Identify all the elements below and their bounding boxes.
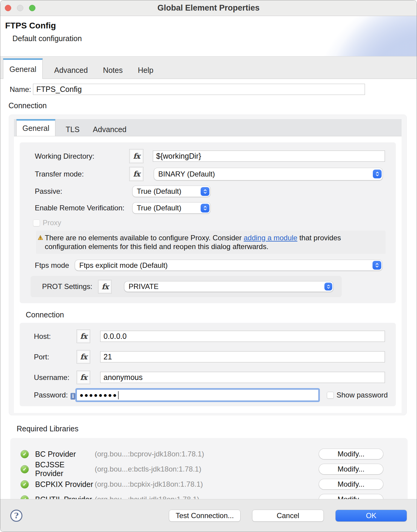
- show-password-checkbox[interactable]: [327, 392, 334, 399]
- host-input[interactable]: [100, 331, 385, 342]
- name-label: Name:: [10, 85, 33, 94]
- info-icon: i: [71, 393, 75, 400]
- prot-settings-select[interactable]: PRIVATE: [124, 281, 333, 292]
- conn-tab-tls[interactable]: TLS: [63, 123, 83, 136]
- stepper-icon: [373, 170, 382, 178]
- ftps-mode-label: Ftps mode: [35, 261, 75, 270]
- library-detail: (org.bou...:bcprov-jdk18on:1.78.1): [95, 450, 319, 458]
- library-detail: (org.bou...e:bctls-jdk18on:1.78.1): [95, 465, 319, 473]
- inner-connection-label: Connection: [26, 310, 396, 319]
- password-masked-value: ●●●●●●●●: [80, 391, 117, 399]
- enable-remote-verification-label: Enable Remote Verification:: [35, 204, 133, 212]
- modify-button-label: Modify...: [338, 450, 365, 458]
- modify-button-label: Modify...: [338, 465, 365, 473]
- window-title: Global Element Properties: [0, 3, 417, 13]
- test-connection-button[interactable]: Test Connection...: [169, 510, 240, 521]
- fx-icon: fx: [133, 152, 140, 161]
- conn-tab-tls-label: TLS: [66, 125, 80, 134]
- check-circle-icon: ✓: [21, 480, 29, 488]
- enable-remote-verification-value: True (Default): [137, 204, 201, 212]
- conn-tab-advanced-label: Advanced: [93, 125, 126, 134]
- library-name: BCJSSE Provider: [35, 460, 95, 478]
- cancel-button[interactable]: Cancel: [252, 510, 323, 521]
- fx-icon: fx: [80, 373, 87, 382]
- prot-settings-label: PROT Settings:: [42, 282, 98, 291]
- modify-bcpkix-provider-button[interactable]: Modify...: [319, 479, 383, 489]
- warning-text-before: There are no elements available to confi…: [45, 234, 244, 242]
- working-directory-label: Working Directory:: [35, 152, 129, 161]
- banner-subtitle: Default configuration: [12, 34, 82, 43]
- transfer-mode-fx-button[interactable]: fx: [129, 167, 143, 181]
- library-detail: (org.bou...:bcpkix-jdk18on:1.78.1): [95, 480, 319, 488]
- main-tabstrip: General Advanced Notes Help: [0, 56, 417, 79]
- passive-select[interactable]: True (Default): [133, 186, 210, 197]
- tab-notes[interactable]: Notes: [99, 62, 126, 79]
- library-name: BC Provider: [35, 450, 95, 459]
- modify-bcjsse-provider-button[interactable]: Modify...: [319, 464, 383, 474]
- prot-settings-fx-button[interactable]: fx: [98, 280, 112, 294]
- help-button[interactable]: ?: [10, 510, 22, 522]
- proxy-checkbox: [33, 219, 40, 226]
- password-input[interactable]: ●●●●●●●●: [77, 389, 319, 401]
- fx-icon: fx: [80, 352, 87, 361]
- titlebar: Global Element Properties: [0, 0, 417, 16]
- warning-icon: [38, 235, 43, 251]
- library-name: BCPKIX Provider: [35, 480, 95, 489]
- modify-bc-provider-button[interactable]: Modify...: [319, 449, 383, 459]
- port-input[interactable]: [100, 351, 385, 362]
- working-directory-input[interactable]: [153, 151, 385, 162]
- tab-general[interactable]: General: [3, 58, 43, 79]
- tab-general-label: General: [9, 65, 36, 74]
- working-directory-fx-button[interactable]: fx: [129, 149, 143, 163]
- connection-groupbox: General TLS Advanced Working Directory: …: [9, 115, 407, 415]
- conn-tab-advanced[interactable]: Advanced: [90, 123, 130, 136]
- host-label: Host:: [34, 332, 77, 341]
- tab-help[interactable]: Help: [134, 62, 157, 79]
- modify-button-label: Modify...: [338, 480, 365, 488]
- ftps-mode-select[interactable]: Ftps explicit mode (Default): [75, 260, 382, 271]
- dialog-banner: FTPS Config Default configuration: [0, 16, 417, 56]
- general-settings-panel: Working Directory: fx Transfer mode: fx …: [20, 142, 396, 303]
- warning-text-after: that provides: [297, 234, 341, 242]
- question-mark-icon: ?: [14, 511, 18, 520]
- dialog-button-bar: ? Test Connection... Cancel OK: [0, 499, 417, 532]
- username-label: Username:: [34, 373, 77, 382]
- required-libraries-title: Required Libraries: [17, 424, 417, 433]
- password-label: Password:: [34, 391, 70, 399]
- library-row: ✓ BC Provider (org.bou...:bcprov-jdk18on…: [10, 446, 408, 462]
- ok-button[interactable]: OK: [336, 510, 407, 521]
- text-caret: [118, 391, 119, 399]
- enable-remote-verification-select[interactable]: True (Default): [133, 203, 210, 213]
- proxy-warning: There are no elements available to confi…: [36, 231, 386, 254]
- passive-label: Passive:: [35, 187, 133, 196]
- port-fx-button[interactable]: fx: [77, 350, 90, 364]
- host-fx-button[interactable]: fx: [77, 329, 90, 343]
- tab-help-label: Help: [138, 66, 153, 75]
- library-row: ✓ BCPKIX Provider (org.bou...:bcpkix-jdk…: [10, 477, 408, 492]
- stepper-icon: [373, 261, 381, 270]
- transfer-mode-label: Transfer mode:: [35, 170, 129, 178]
- tab-notes-label: Notes: [103, 66, 123, 75]
- banner-decoration: [302, 16, 417, 56]
- adding-a-module-link[interactable]: adding a module: [244, 234, 297, 242]
- proxy-label: Proxy: [43, 219, 61, 227]
- stepper-icon: [201, 187, 209, 196]
- connection-section-label: Connection: [8, 101, 417, 110]
- username-input[interactable]: [100, 372, 385, 383]
- conn-tab-general[interactable]: General: [16, 119, 55, 136]
- cancel-label: Cancel: [277, 511, 299, 520]
- transfer-mode-value: BINARY (Default): [158, 170, 373, 178]
- connection-tab-content: Working Directory: fx Transfer mode: fx …: [14, 136, 402, 413]
- connection-tabstrip: General TLS Advanced: [14, 119, 402, 136]
- prot-settings-value: PRIVATE: [129, 282, 324, 291]
- username-fx-button[interactable]: fx: [77, 371, 90, 384]
- conn-tab-general-label: General: [22, 124, 49, 133]
- tab-advanced[interactable]: Advanced: [51, 62, 91, 79]
- port-label: Port:: [34, 353, 77, 361]
- warning-line2: configuration elements for this field an…: [45, 242, 268, 251]
- transfer-mode-select[interactable]: BINARY (Default): [154, 168, 383, 180]
- name-input[interactable]: [33, 84, 365, 95]
- stepper-icon: [201, 204, 209, 212]
- library-row: ✓ BCJSSE Provider (org.bou...e:bctls-jdk…: [10, 462, 408, 477]
- prot-settings-panel: PROT Settings: fx PRIVATE: [31, 276, 342, 297]
